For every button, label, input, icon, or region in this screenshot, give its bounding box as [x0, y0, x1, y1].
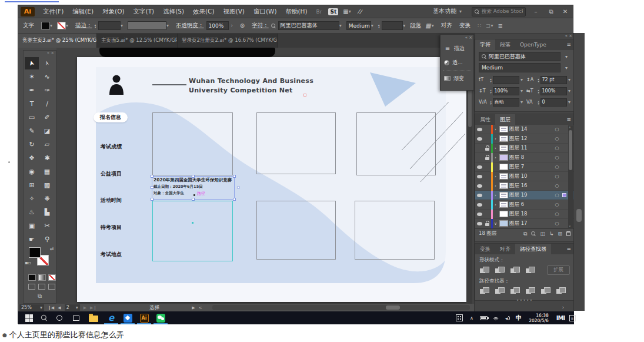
layer-target-icon[interactable]: ○	[554, 155, 560, 160]
panel-menu-icon[interactable]: ≡	[566, 117, 571, 122]
stroke-weight-chevron-icon[interactable]: ▾	[121, 23, 123, 28]
layer-name[interactable]: 图层 10	[509, 173, 554, 180]
fill-proxy-swatch[interactable]	[29, 247, 41, 258]
layer-target-icon[interactable]: ○	[554, 202, 560, 207]
visibility-toggle[interactable]	[475, 175, 483, 178]
color-button[interactable]	[28, 274, 36, 281]
trim-icon[interactable]	[495, 287, 505, 295]
layer-expand-icon[interactable]: ›	[493, 184, 498, 188]
layer-target-icon[interactable]: ○	[554, 145, 560, 151]
layer-name[interactable]: 图层 14	[509, 126, 554, 133]
opacity-label[interactable]: 不透明度：	[176, 22, 204, 29]
lasso-tool[interactable]: ∿	[40, 71, 54, 83]
leading-stepper[interactable]: ▴▾	[538, 78, 539, 82]
tracking-stepper[interactable]: ▴▾	[538, 100, 539, 105]
last-artboard-icon[interactable]: ▶❙	[90, 306, 96, 310]
selected-card[interactable]	[152, 201, 233, 261]
menubar-item[interactable]: 选择(S)	[163, 8, 184, 16]
pathfinder-tab[interactable]: 变换	[475, 244, 495, 254]
canvas-area[interactable]: Wuhan Technology And Business University…	[56, 48, 474, 304]
font-style-dropdown-icon[interactable]: ▾	[562, 65, 570, 71]
menubar-item[interactable]: 编辑(E)	[72, 8, 94, 16]
selection-handle[interactable]	[233, 175, 236, 178]
selection-handle[interactable]	[151, 198, 154, 201]
zoom-level-select[interactable]: 25%▾	[19, 304, 44, 311]
eyedropper-tool[interactable]: ✧	[25, 192, 39, 205]
layer-expand-icon[interactable]: ›	[493, 137, 498, 141]
file-explorer-icon[interactable]	[86, 311, 101, 324]
character-tab[interactable]: 段落	[495, 39, 515, 50]
font-size-dd-icon[interactable]: ▾	[520, 77, 523, 82]
layer-target-icon[interactable]: ○	[554, 221, 560, 226]
font-search-icon[interactable]	[271, 24, 276, 28]
share-icon[interactable]: ∕∕	[357, 8, 363, 15]
h-scale-value[interactable]: 100%	[540, 87, 567, 95]
menubar-item[interactable]: 文字(T)	[134, 8, 155, 16]
layer-name[interactable]: 图层 12	[509, 135, 554, 142]
selection-handle[interactable]	[151, 186, 154, 189]
font-style-field[interactable]: Medium	[346, 21, 371, 30]
task-view-icon[interactable]	[70, 311, 82, 324]
stroke-weight-label[interactable]: 描边：	[75, 22, 92, 29]
layer-name[interactable]: 图层 11	[509, 145, 554, 152]
collapsed-dock-strip[interactable]	[573, 33, 585, 311]
gradient-panel-button[interactable]: 渐变	[441, 71, 473, 85]
leading-value[interactable]: 72 pt	[540, 76, 567, 84]
font-family-search-field[interactable]: 阿里巴巴普惠体	[479, 52, 560, 61]
selection-handle[interactable]	[237, 186, 240, 189]
artboard[interactable]: Wuhan Technology And Business University…	[77, 57, 466, 302]
panel-menu-icon[interactable]: ≡	[566, 246, 571, 252]
tools-panel-header[interactable]: « ×	[24, 51, 56, 57]
document-tab[interactable]: 登录页2注册页2.ai* @ 16.67% (CMYK/GPU 预览)×	[178, 34, 278, 48]
layer-name[interactable]: 图层 7	[509, 164, 554, 171]
layer-target-icon[interactable]: ○	[554, 183, 560, 188]
dock-header[interactable]: « ×	[475, 34, 574, 39]
layer-expand-icon[interactable]: ›	[493, 146, 498, 151]
lock-toggle[interactable]	[483, 221, 491, 226]
visibility-toggle[interactable]	[475, 128, 483, 131]
symbol-sprayer-tool[interactable]: ♨	[25, 206, 39, 218]
layers-scrollbar[interactable]: ∧∨	[568, 125, 573, 228]
language-indicator[interactable]: 中	[515, 311, 523, 324]
layer-target-icon[interactable]: ○	[554, 174, 560, 179]
layer-name[interactable]: 图层 6	[509, 201, 554, 208]
document-tab[interactable]: 竞赛主页3.ai* @ 25% (CMYK/GPU 预览)×	[18, 34, 97, 48]
brush-style-field[interactable]	[128, 21, 166, 30]
selection-handle[interactable]	[151, 175, 154, 178]
layer-row[interactable]: ›图层 8○	[475, 153, 574, 162]
minimize-button[interactable]: –	[528, 5, 543, 18]
dock-scroll-arrow-icon[interactable]: ›	[562, 305, 564, 310]
layer-expand-icon[interactable]: ›	[493, 202, 498, 207]
new-sublayer-icon[interactable]: ↳	[549, 231, 554, 237]
action-center-icon[interactable]: ≡	[568, 311, 577, 324]
menubar-item[interactable]: 文件(F)	[43, 8, 64, 16]
menubar-item[interactable]: 帮助(H)	[286, 8, 308, 16]
draw-normal-icon[interactable]	[28, 284, 35, 290]
layer-row[interactable]: ›图层 12○	[475, 134, 574, 144]
layer-name[interactable]: 图层 8	[509, 154, 554, 161]
collect-for-export-icon[interactable]: ⧉	[523, 231, 527, 237]
status-collapse-icon[interactable]: <	[199, 306, 202, 310]
align-label[interactable]: 对齐	[441, 22, 452, 29]
visibility-toggle[interactable]	[475, 184, 483, 188]
v-scale-dd-icon[interactable]: ▾	[520, 88, 523, 94]
first-artboard-icon[interactable]: ❙◀	[48, 306, 54, 310]
none-button[interactable]	[48, 274, 56, 281]
artboard-tool[interactable]: ▣	[25, 220, 39, 232]
line-tool[interactable]: ∕	[40, 98, 54, 110]
layer-expand-icon[interactable]: ›	[493, 155, 498, 160]
layer-row[interactable]: ›图层 11○	[475, 144, 574, 153]
ime-icon[interactable]	[455, 311, 464, 324]
layer-row[interactable]: ›图层 6○	[475, 200, 574, 210]
draw-behind-icon[interactable]	[38, 284, 45, 290]
cortana-icon[interactable]	[54, 311, 65, 324]
clock[interactable]: 16:382020/5/6	[525, 311, 552, 324]
unite-icon[interactable]	[479, 266, 489, 274]
wechat-icon[interactable]	[154, 311, 168, 324]
stroke-panel-button[interactable]: ≡描边	[441, 41, 473, 55]
wifi-icon[interactable]	[491, 311, 500, 324]
layer-target-icon[interactable]: ○	[554, 211, 560, 217]
taskbar-search-icon[interactable]	[38, 311, 50, 324]
kerning-dd-icon[interactable]: ▾	[520, 99, 523, 105]
menubar-item[interactable]: 对象(O)	[102, 8, 124, 16]
